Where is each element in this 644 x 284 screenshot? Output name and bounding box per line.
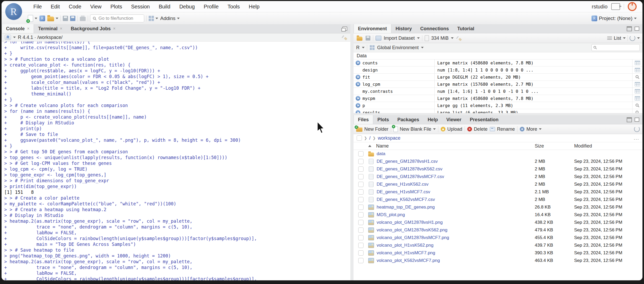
file-name-link[interactable]: DE_genes_GM12878vsH1.csv (377, 159, 438, 164)
file-checkbox[interactable] (358, 159, 363, 164)
clear-console-icon[interactable] (342, 35, 347, 40)
file-name-link[interactable]: volcano_plot_H1vsK562.png (377, 243, 433, 248)
new-file-button[interactable]: + (28, 15, 37, 22)
delete-button[interactable]: × Delete (467, 126, 487, 132)
rename-button[interactable]: Rename (490, 126, 515, 132)
menu-item[interactable]: Session (127, 4, 154, 10)
file-row[interactable]: DE_genes_H1vsMCF7.csv 2.1 MB Sep 23, 202… (354, 188, 642, 196)
files-tab[interactable]: Plots (373, 115, 393, 124)
power-icon[interactable] (628, 2, 637, 11)
expand-arrow-icon[interactable] (356, 82, 360, 87)
minimize-pane-icon[interactable] (627, 26, 632, 31)
file-name-link[interactable]: volcano_plot_GM12878vsK562.png (377, 227, 447, 233)
files-tab[interactable]: Presentation (466, 115, 503, 124)
console-tab[interactable]: Background Jobs × (66, 24, 120, 33)
file-checkbox[interactable] (358, 220, 363, 225)
expand-arrow-icon[interactable] (356, 75, 360, 79)
addins-button[interactable]: Addins (160, 16, 180, 21)
file-checkbox[interactable] (358, 250, 363, 256)
modified-column-header[interactable]: Modified (574, 143, 642, 149)
menu-item[interactable]: Help (244, 4, 264, 10)
breadcrumb-root[interactable]: / (369, 135, 371, 141)
breadcrumb-more-button[interactable]: ... (634, 135, 639, 141)
environment-variable-row[interactable]: my.contrasts num [1:4, 1:6] 1 -1 0 0 1 0… (354, 88, 642, 95)
close-icon[interactable]: × (27, 26, 29, 31)
new-folder-button[interactable]: + New Folder (356, 126, 388, 132)
menu-item[interactable]: Plots (106, 4, 127, 10)
file-checkbox[interactable] (358, 258, 363, 263)
environment-variable-row[interactable]: log_cpm Large matrix (157680 elements, 2… (354, 80, 642, 88)
variable-action[interactable] (632, 88, 642, 95)
file-row[interactable]: DE_genes_K562vsMCF7.csv 2 MB Sep 23, 202… (354, 196, 642, 203)
file-name-link[interactable]: volcano_plot_GM12878vsMCF7.png (377, 235, 449, 240)
select-all-checkbox[interactable] (357, 135, 362, 141)
file-checkbox[interactable] (358, 197, 363, 202)
list-view-label[interactable]: List (614, 36, 621, 41)
save-icon[interactable] (63, 16, 68, 21)
name-column-header[interactable]: Name (368, 143, 535, 149)
menu-item[interactable]: Debug (175, 4, 199, 10)
pane-splitter-horizontal[interactable] (354, 113, 642, 115)
project-selector[interactable]: R Project: (None) (591, 16, 637, 21)
maximize-pane-icon[interactable] (342, 27, 347, 31)
environment-tab[interactable]: Tutorial (453, 24, 479, 33)
file-checkbox[interactable] (358, 235, 363, 240)
file-checkbox[interactable] (358, 182, 363, 187)
file-checkbox[interactable] (358, 151, 363, 156)
upload-button[interactable]: Upload (441, 126, 462, 132)
file-row[interactable]: DE_genes_GM12878vsK562.csv 2 MB Sep 23, … (354, 165, 642, 173)
close-icon[interactable]: × (113, 26, 115, 31)
variable-action[interactable] (632, 74, 642, 80)
expand-arrow-icon[interactable] (356, 96, 360, 101)
memory-usage-label[interactable]: 334 MiB (431, 36, 449, 41)
file-row[interactable]: volcano_plot_GM12878vsH1.png 438.2 KB Se… (354, 219, 642, 226)
files-tab[interactable]: Viewer (442, 115, 466, 124)
environment-search-input[interactable] (591, 44, 640, 51)
r-version-icon[interactable]: R (5, 35, 11, 40)
goto-file-input[interactable]: Go to file/function (90, 14, 144, 22)
files-tab[interactable]: Packages (393, 115, 423, 124)
variable-action[interactable] (632, 109, 642, 113)
save-workspace-icon[interactable] (366, 36, 370, 40)
file-name-link[interactable]: DE_genes_GM12878vsK562.csv (377, 166, 442, 172)
file-name-link[interactable]: MDS_plot.png (377, 212, 405, 217)
file-name-link[interactable]: DE_genes_GM12878vsMCF7.csv (377, 174, 444, 179)
menu-item[interactable]: File (29, 4, 46, 10)
file-checkbox[interactable] (358, 205, 363, 210)
file-row[interactable]: DE_genes_H1vsK562.csv 2 MB Sep 23, 2024,… (354, 180, 642, 188)
file-checkbox[interactable] (358, 212, 363, 217)
environment-tab[interactable]: History (391, 24, 416, 33)
file-name-link[interactable]: volcano_plot_K562vsMCF7.png (377, 258, 440, 263)
sign-out-icon[interactable] (611, 3, 620, 10)
environment-tab[interactable]: Environment (354, 24, 391, 33)
variable-action[interactable] (632, 59, 642, 66)
more-button[interactable]: More (520, 126, 542, 132)
environment-variable-row[interactable]: p Large gg (11 elements, 2.3 MB) (354, 102, 642, 109)
close-icon[interactable]: × (60, 26, 62, 31)
file-row[interactable]: heatmap_top_DE_genes.png 26.8 KB Sep 23,… (354, 203, 642, 211)
file-name-link[interactable]: DE_genes_H1vsK562.csv (377, 182, 429, 187)
file-row[interactable]: volcano_plot_H1vsK562.png 439.7 KB Sep 2… (354, 241, 642, 249)
environment-variable-row[interactable]: design num [1:8, 1:4] 1 1 0 0 0 0 0 0 0 … (354, 66, 642, 73)
expand-arrow-icon[interactable] (356, 110, 360, 113)
console-output[interactable]: > for (name in names(results)) {+ write.… (2, 42, 350, 280)
file-row[interactable]: volcano_plot_GM12878vsK562.png 479.4 KB … (354, 226, 642, 234)
file-checkbox[interactable] (358, 166, 363, 172)
refresh-icon[interactable] (630, 35, 635, 41)
file-row[interactable]: DE_genes_GM12878vsH1.csv 2 MB Sep 23, 20… (354, 158, 642, 165)
file-name-link[interactable]: DE_genes_H1vsMCF7.csv (377, 189, 430, 195)
environment-variable-row[interactable]: fit Large DGEGLM (22 elements, 20 MB) (354, 73, 642, 80)
load-workspace-icon[interactable] (357, 37, 362, 40)
file-name-link[interactable]: volcano_plot_GM12878vsH1.png (377, 220, 443, 225)
variable-action[interactable] (632, 95, 642, 102)
file-name-link[interactable]: data (377, 151, 385, 156)
maximize-pane-icon[interactable] (635, 118, 639, 122)
file-name-link[interactable]: volcano_plot_H1vsMCF7.png (377, 250, 435, 256)
variable-action[interactable] (632, 67, 642, 73)
import-dataset-button[interactable]: Import Dataset (384, 36, 415, 41)
file-row[interactable]: data (354, 150, 642, 158)
menu-item[interactable]: View (86, 4, 106, 10)
file-checkbox[interactable] (358, 227, 363, 233)
new-blank-file-button[interactable]: + New Blank File (393, 126, 436, 132)
environment-variable-row[interactable]: results Large list (6 elements, 13.3 MB) (354, 109, 642, 113)
